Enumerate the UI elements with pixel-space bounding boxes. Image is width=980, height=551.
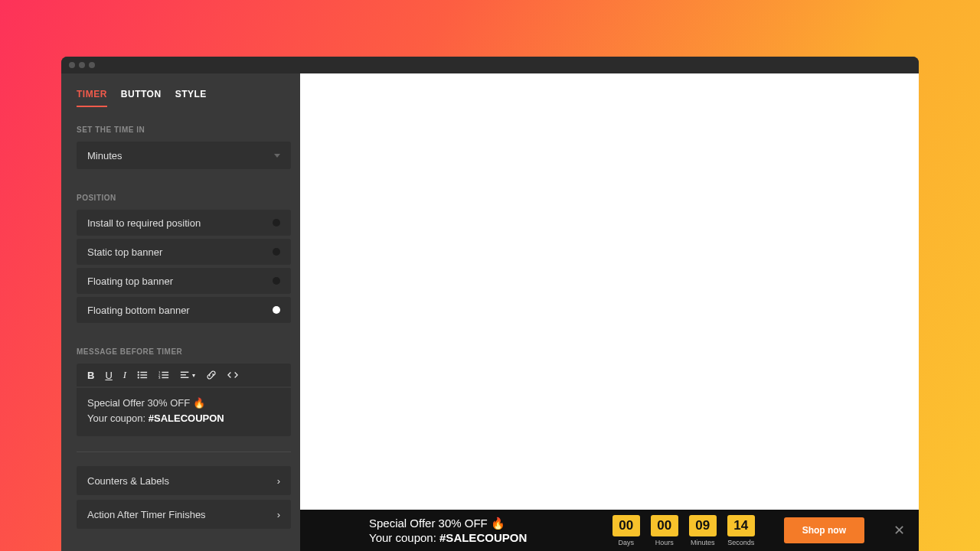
counter-value: 00 <box>651 515 678 536</box>
radio-icon <box>273 277 280 285</box>
section-position: POSITION Install to required position St… <box>77 194 291 323</box>
code-button[interactable] <box>227 370 238 380</box>
chevron-right-icon: › <box>277 509 280 520</box>
svg-rect-7 <box>162 372 169 373</box>
svg-rect-11 <box>162 377 169 378</box>
tab-style[interactable]: STYLE <box>175 89 207 107</box>
svg-rect-9 <box>162 374 169 375</box>
chevron-down-icon <box>274 154 280 158</box>
shop-now-button[interactable]: Shop now <box>784 517 864 543</box>
time-label: SET THE TIME IN <box>77 126 291 134</box>
banner-counters: 00 Days 00 Hours 09 Minutes 14 Seconds <box>612 515 755 546</box>
bullet-list-button[interactable] <box>137 370 148 380</box>
svg-rect-13 <box>181 374 186 375</box>
tab-timer[interactable]: TIMER <box>77 89 107 107</box>
accordion-label: Counters & Labels <box>87 475 169 487</box>
counter-label: Days <box>618 539 634 546</box>
tab-button[interactable]: BUTTON <box>121 89 162 107</box>
close-icon[interactable]: ✕ <box>893 522 905 539</box>
bold-button[interactable]: B <box>87 370 94 381</box>
position-option-floating-top[interactable]: Floating top banner <box>77 268 291 294</box>
settings-sidebar: TIMER BUTTON STYLE SET THE TIME IN Minut… <box>61 73 300 551</box>
svg-point-2 <box>138 374 139 376</box>
counter-value: 09 <box>689 515 717 536</box>
accordion-label: Action After Timer Finishes <box>87 509 206 520</box>
radio-icon <box>273 248 280 256</box>
svg-rect-3 <box>141 374 148 375</box>
window-dot-2 <box>79 62 85 68</box>
svg-rect-5 <box>141 377 148 378</box>
position-option-required[interactable]: Install to required position <box>77 210 291 236</box>
link-button[interactable] <box>206 370 217 380</box>
chevron-right-icon: › <box>277 475 280 487</box>
counter-label: Minutes <box>691 539 715 546</box>
section-time: SET THE TIME IN Minutes <box>77 126 291 169</box>
window-dot-1 <box>69 62 75 68</box>
banner-line-1: Special Offer 30% OFF 🔥 <box>369 516 527 531</box>
time-unit-select[interactable]: Minutes <box>77 142 291 169</box>
time-unit-value: Minutes <box>87 150 122 161</box>
radio-icon <box>273 219 280 227</box>
counter-seconds: 14 Seconds <box>727 515 755 546</box>
svg-rect-14 <box>181 377 189 378</box>
window-dot-3 <box>89 62 95 68</box>
numbered-list-button[interactable]: 123 <box>158 370 169 380</box>
italic-button[interactable]: I <box>123 369 126 381</box>
editor-line-2: Your coupon: #SALECOUPON <box>87 411 280 426</box>
svg-rect-12 <box>181 372 189 373</box>
counter-value: 14 <box>727 515 755 536</box>
svg-point-0 <box>138 371 139 373</box>
counter-label: Seconds <box>727 539 754 546</box>
underline-button[interactable]: U <box>105 370 112 381</box>
counter-label: Hours <box>655 539 674 546</box>
svg-rect-1 <box>141 372 148 373</box>
preview-canvas: Special Offer 30% OFF 🔥 Your coupon: #SA… <box>300 73 919 551</box>
accordion-action[interactable]: Action After Timer Finishes › <box>77 500 291 529</box>
counter-hours: 00 Hours <box>651 515 678 546</box>
banner-line-2: Your coupon: #SALECOUPON <box>369 530 527 546</box>
position-option-label: Static top banner <box>87 246 162 258</box>
radio-icon-checked <box>273 306 280 314</box>
accordion: Counters & Labels › Action After Timer F… <box>77 466 291 529</box>
window-titlebar <box>61 57 919 73</box>
counter-value: 00 <box>612 515 640 536</box>
position-label: POSITION <box>77 194 291 202</box>
divider <box>77 452 291 452</box>
message-editor[interactable]: Special Offer 30% OFF 🔥 Your coupon: #SA… <box>77 388 291 436</box>
align-button[interactable]: ▾ <box>180 370 195 380</box>
editor-toolbar: B U I 123 ▾ <box>77 364 291 386</box>
svg-point-4 <box>138 377 139 378</box>
accordion-counters[interactable]: Counters & Labels › <box>77 466 291 495</box>
position-option-label: Install to required position <box>87 217 201 229</box>
counter-minutes: 09 Minutes <box>689 515 717 546</box>
sidebar-tabs: TIMER BUTTON STYLE <box>77 89 291 107</box>
position-option-label: Floating bottom banner <box>87 305 190 316</box>
position-option-floating-bottom[interactable]: Floating bottom banner <box>77 297 291 323</box>
position-option-static-top[interactable]: Static top banner <box>77 239 291 265</box>
app-window: TIMER BUTTON STYLE SET THE TIME IN Minut… <box>61 57 919 551</box>
position-options: Install to required position Static top … <box>77 210 291 323</box>
banner-message: Special Offer 30% OFF 🔥 Your coupon: #SA… <box>369 516 527 546</box>
svg-text:3: 3 <box>158 376 161 380</box>
position-option-label: Floating top banner <box>87 276 173 287</box>
countdown-banner: Special Offer 30% OFF 🔥 Your coupon: #SA… <box>300 510 919 551</box>
app-body: TIMER BUTTON STYLE SET THE TIME IN Minut… <box>61 73 919 551</box>
counter-days: 00 Days <box>612 515 640 546</box>
message-label: MESSAGE BEFORE TIMER <box>77 347 291 356</box>
section-message: MESSAGE BEFORE TIMER B U I 123 ▾ Special… <box>77 347 291 436</box>
editor-line-1: Special Offer 30% OFF 🔥 <box>87 396 280 411</box>
